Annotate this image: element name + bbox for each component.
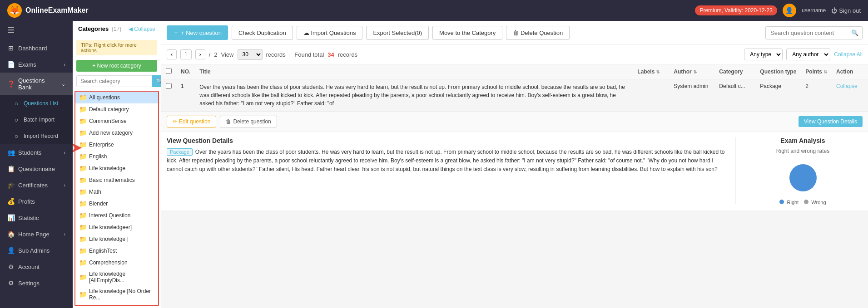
- category-list-item[interactable]: 📁Basic mathematics: [75, 174, 158, 186]
- donut-chart: [785, 160, 821, 196]
- import-icon: ○: [13, 116, 20, 123]
- category-list-item[interactable]: 📁English Test: [75, 303, 158, 306]
- th-no: NO.: [176, 64, 195, 79]
- sidebar-item-sub-admins[interactable]: 👤 Sub Admins: [0, 242, 73, 259]
- category-list-item[interactable]: 📁English: [75, 151, 158, 162]
- collapse-all-link[interactable]: Collapse All: [834, 51, 863, 58]
- sign-out-label: Sign out: [839, 7, 861, 14]
- move-to-category-button[interactable]: Move to the Category: [432, 26, 502, 40]
- prev-page-button[interactable]: ‹: [167, 49, 177, 59]
- th-category: Category: [714, 64, 755, 79]
- sign-out-button[interactable]: ⏻ Sign out: [831, 7, 861, 14]
- categories-panel: ➤ Categories (17) ◀ Collapse TIPs: Right…: [73, 21, 161, 308]
- sidebar-item-questionnaire[interactable]: 📋 Questionnaire: [0, 161, 73, 177]
- category-list-item[interactable]: 📁Blender: [75, 198, 158, 210]
- category-list-item[interactable]: 📁Interest Question: [75, 210, 158, 221]
- category-list-item[interactable]: 📁Enterprise: [75, 139, 158, 151]
- row-labels: [633, 79, 669, 112]
- category-list-item[interactable]: 📁Default category: [75, 103, 158, 115]
- sidebar-item-exams[interactable]: 📄 Exams ›: [0, 56, 73, 73]
- category-list-item[interactable]: 📁EnglishTest: [75, 245, 158, 257]
- search-category-input[interactable]: [76, 75, 152, 87]
- category-name: English Test: [89, 306, 118, 306]
- sidebar-item-homepage[interactable]: 🏠 Home Page ›: [0, 226, 73, 242]
- tips-bar: TIPs: Right click for more actions: [76, 40, 157, 55]
- collapse-action-link[interactable]: Collapse: [836, 83, 858, 89]
- sidebar-item-account[interactable]: ⚙ Account: [0, 259, 73, 275]
- cloud-icon: ☁: [303, 29, 309, 36]
- new-question-button[interactable]: ＋ + New question: [167, 25, 228, 40]
- plus-icon: ＋: [173, 29, 179, 37]
- account-icon: ⚙: [7, 263, 15, 270]
- avatar: 👤: [783, 4, 796, 17]
- search-question-input[interactable]: [766, 27, 848, 39]
- sidebar-item-settings[interactable]: ⚙ Settings: [0, 275, 73, 291]
- next-page-button[interactable]: ›: [195, 49, 205, 59]
- sidebar-item-students[interactable]: 👥 Students ›: [0, 144, 73, 161]
- sidebar-item-questions-list[interactable]: ○ Questions List: [0, 95, 73, 112]
- category-list-item[interactable]: 📁Comprehension: [75, 257, 158, 269]
- sidebar-item-batch-import[interactable]: ○ Batch Import: [0, 112, 73, 128]
- category-name: Life knowledge: [89, 165, 125, 171]
- author-filter-select[interactable]: Any author: [786, 49, 830, 60]
- categories-title-text: Categories: [78, 25, 109, 32]
- new-question-label: + New question: [181, 29, 222, 36]
- sidebar-item-dashboard[interactable]: ⊞ Dashboard: [0, 40, 73, 56]
- select-all-checkbox[interactable]: [166, 68, 172, 74]
- sidebar-label-questionnaire: Questionnaire: [18, 166, 55, 172]
- collapse-link[interactable]: ◀ Collapse: [129, 26, 155, 32]
- table-row[interactable]: 1 Over the years has been the class of p…: [161, 79, 868, 112]
- edit-question-button[interactable]: ✏ Edit question: [167, 116, 216, 127]
- current-page: 1: [180, 49, 192, 59]
- chevron-right-icon2: ›: [64, 150, 65, 155]
- row-no: 1: [176, 79, 195, 112]
- category-list-item[interactable]: 📁Add new category: [75, 127, 158, 139]
- category-name: Life knowledgeer]: [89, 224, 132, 230]
- category-name: Comprehension: [89, 259, 128, 266]
- hamburger-icon[interactable]: ☰: [0, 21, 73, 40]
- trash-icon: 🗑: [513, 29, 519, 36]
- type-filter-select[interactable]: Any type: [744, 49, 783, 60]
- sidebar-item-certificates[interactable]: 🎓 Certificates ›: [0, 177, 73, 193]
- sidebar-item-profits[interactable]: 💰 Profits: [0, 193, 73, 210]
- category-list-item[interactable]: 📁CommonSense: [75, 115, 158, 127]
- row-action[interactable]: Collapse: [832, 79, 868, 112]
- view-question-details-button[interactable]: View Question Details: [799, 116, 863, 127]
- legend-area: Right Wrong: [779, 200, 826, 205]
- sidebar-item-statistic[interactable]: 📊 Statistic: [0, 210, 73, 226]
- content-area: ➤ Categories (17) ◀ Collapse TIPs: Right…: [73, 21, 868, 308]
- svg-point-0: [789, 164, 817, 191]
- delete-question-detail-button[interactable]: 🗑 Delete question: [220, 116, 277, 127]
- export-selected-button[interactable]: Export Selected(0): [366, 26, 429, 40]
- check-dup-label: Check Duplication: [238, 29, 286, 36]
- detail-right: Exam Analysis Right and wrong rates Righ…: [735, 137, 863, 204]
- new-root-category-button[interactable]: + New root category: [76, 60, 157, 72]
- legend-wrong-dot: [804, 200, 808, 204]
- sidebar-item-questions-bank[interactable]: ❓ Questions Bank ⌄: [0, 73, 73, 95]
- category-list-item[interactable]: 📁Life knowledge [No Order Re...: [75, 286, 158, 303]
- row-checkbox[interactable]: [166, 83, 172, 89]
- delete-question-button[interactable]: 🗑 Delete Question: [506, 26, 570, 40]
- list-icon: ○: [13, 100, 20, 107]
- category-list-item[interactable]: 📁Math: [75, 186, 158, 198]
- category-list-item[interactable]: 📁Life knowledge: [75, 162, 158, 174]
- category-list-item[interactable]: 📁Life knowledge ]: [75, 233, 158, 245]
- search-category-button[interactable]: 🔍: [152, 75, 161, 87]
- category-list-item[interactable]: 📁Life knowledgeer]: [75, 221, 158, 233]
- category-name: CommonSense: [89, 118, 127, 124]
- chevron-right-icon: ›: [64, 62, 65, 67]
- category-list-item[interactable]: 📁Life knowledge [AllEmptyDis...: [75, 269, 158, 286]
- question-body-text: Over the years has been the class of poo…: [167, 149, 725, 172]
- category-list-item[interactable]: 📁All questions: [75, 92, 158, 103]
- students-icon: 👥: [7, 149, 15, 156]
- records-per-page-select[interactable]: 30 50 100: [238, 49, 263, 60]
- sidebar-sub-questions: ○ Questions List ○ Batch Import ○ Import…: [0, 95, 73, 144]
- check-duplication-button[interactable]: Check Duplication: [232, 26, 293, 40]
- sidebar-item-import-record[interactable]: ○ Import Record: [0, 128, 73, 144]
- th-checkbox: [161, 64, 176, 79]
- import-questions-button[interactable]: ☁ Import Questions: [297, 26, 363, 40]
- category-name: Life knowledge [No Order Re...: [89, 288, 154, 301]
- folder-icon: 📁: [79, 153, 87, 160]
- found-suffix: records: [338, 51, 357, 58]
- question-toolbar: ＋ + New question Check Duplication ☁ Imp…: [161, 21, 868, 45]
